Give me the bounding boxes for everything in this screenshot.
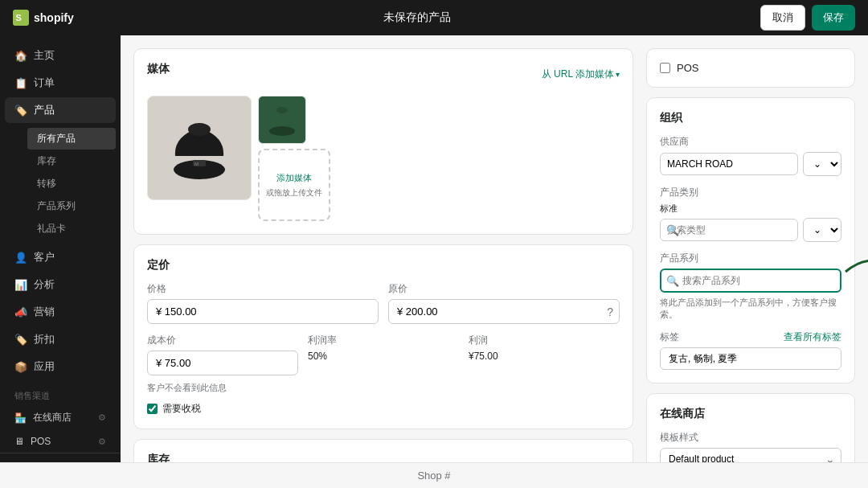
tags-label: 标签 <box>660 330 679 344</box>
supplier-input-row: ⌄ <box>660 152 841 176</box>
media-item-main[interactable]: M <box>147 96 252 200</box>
beanie-green-image <box>266 102 298 137</box>
supplier-select[interactable]: ⌄ <box>803 152 841 176</box>
add-media-button[interactable]: 添加媒体 或拖放上传文件 <box>258 149 330 221</box>
sidebar: 🏠 主页 📋 订单 🏷️ 产品 所有产品 库存 转移 产品系列 礼品卡 👤 客户… <box>0 35 121 462</box>
tax-row: 需要收税 <box>147 402 620 416</box>
sidebar-sub-item-transfers[interactable]: 转移 <box>27 173 116 195</box>
sidebar-item-home[interactable]: 🏠 主页 <box>5 43 116 68</box>
sidebar-sub-item-inventory[interactable]: 库存 <box>27 150 116 172</box>
chevron-down-icon: ▾ <box>616 70 620 79</box>
category-select[interactable]: ⌄ <box>803 218 841 242</box>
supplier-input[interactable] <box>660 153 798 175</box>
media-grid: M 添加媒体 <box>147 96 620 221</box>
help-icon[interactable]: ? <box>607 306 613 318</box>
products-icon: 🏷️ <box>14 104 27 117</box>
svg-point-3 <box>188 123 211 136</box>
sidebar-item-analytics[interactable]: 📊 分析 <box>5 272 116 297</box>
series-label: 产品系列 <box>660 252 841 265</box>
supplier-section: 供应商 ⌄ <box>660 135 841 176</box>
cancel-button[interactable]: 取消 <box>760 5 805 31</box>
series-note: 将此产品添加到一个产品系列中，方便客户搜索。 <box>660 297 841 321</box>
channel-label-pos: POS <box>31 436 51 447</box>
compare-price-input[interactable] <box>388 299 620 324</box>
svg-text:S: S <box>16 13 22 23</box>
pricing-title: 定价 <box>147 258 620 273</box>
supplier-label: 供应商 <box>660 135 841 149</box>
sidebar-label-orders: 订单 <box>34 76 55 90</box>
price-input[interactable] <box>147 299 379 324</box>
online-store-card: 在线商店 模板样式 Default product 指定当前商店模板中的一个产品… <box>646 393 855 462</box>
channel-settings-icon[interactable]: ⚙ <box>98 412 106 423</box>
template-label: 模板样式 <box>660 431 841 445</box>
sidebar-item-customers[interactable]: 👤 客户 <box>5 244 116 270</box>
sidebar-item-apps[interactable]: 📦 应用 <box>5 354 116 379</box>
add-url-label: 从 URL 添加媒体 <box>542 68 614 81</box>
upload-label: 或拖放上传文件 <box>266 187 322 199</box>
sidebar-label-marketing: 营销 <box>34 305 55 319</box>
sidebar-label-analytics: 分析 <box>34 277 55 292</box>
sidebar-channel-online-store[interactable]: 🏪 在线商店 ⚙ <box>5 406 116 429</box>
series-search-icon: 🔍 <box>666 275 679 287</box>
media-item-green[interactable] <box>258 96 306 144</box>
profit-value: ¥75.00 <box>469 351 620 362</box>
pos-icon: 🖥 <box>14 436 24 447</box>
tags-section: 标签 查看所有标签 <box>660 330 841 370</box>
compare-input-wrap: ? <box>388 299 620 324</box>
add-url-link[interactable]: 从 URL 添加媒体 ▾ <box>542 68 620 81</box>
svg-text:M: M <box>194 162 199 166</box>
pos-checkbox[interactable] <box>660 63 670 73</box>
profit-info: 利润 ¥75.00 <box>469 334 620 362</box>
category-search-wrap: 🔍 <box>660 219 798 241</box>
template-section: 模板样式 Default product 指定当前商店模板中的一个产品模板，以定… <box>660 431 841 462</box>
compare-price-field: 原价 ? <box>388 282 620 324</box>
template-select[interactable]: Default product <box>660 448 841 462</box>
marketing-icon: 📣 <box>14 306 27 318</box>
save-button[interactable]: 保存 <box>812 5 855 31</box>
category-section: 产品类别 标准 🔍 ⌄ <box>660 186 841 242</box>
organization-title: 组织 <box>660 111 841 125</box>
sidebar-footer: ⚙ 设置 <box>0 453 121 462</box>
tax-checkbox[interactable] <box>147 404 158 414</box>
sidebar-item-discounts[interactable]: 🏷️ 折扣 <box>5 326 116 352</box>
sidebar-item-marketing[interactable]: 📣 营销 <box>5 299 116 325</box>
sidebar-sub-item-collections[interactable]: 产品系列 <box>27 195 116 217</box>
cost-label: 成本价 <box>147 334 298 347</box>
media-title: 媒体 <box>147 62 170 76</box>
tags-input[interactable] <box>660 347 841 370</box>
svg-point-6 <box>269 126 295 136</box>
price-field: 价格 <box>147 282 379 324</box>
category-search-input[interactable] <box>660 219 798 241</box>
series-search-input[interactable] <box>660 269 841 293</box>
main-layout: 🏠 主页 📋 订单 🏷️ 产品 所有产品 库存 转移 产品系列 礼品卡 👤 客户… <box>0 35 868 462</box>
inventory-title: 库存 <box>147 453 620 462</box>
tags-link[interactable]: 查看所有标签 <box>784 330 841 344</box>
sidebar-label-products: 产品 <box>34 103 55 117</box>
topbar-left: S shopify <box>13 10 74 26</box>
arrow-annotation <box>837 248 868 296</box>
sidebar-item-products[interactable]: 🏷️ 产品 <box>5 97 116 123</box>
analytics-icon: 📊 <box>14 278 27 291</box>
shopify-logo: S shopify <box>13 10 74 26</box>
sidebar-sub-item-all-products[interactable]: 所有产品 <box>27 128 116 150</box>
sidebar-label-home: 主页 <box>34 48 55 63</box>
sidebar-sub-item-gift-cards[interactable]: 礼品卡 <box>27 218 116 240</box>
sidebar-channel-pos[interactable]: 🖥 POS ⚙ <box>5 431 116 452</box>
margin-value: 50% <box>308 351 459 362</box>
pos-card: POS <box>646 48 855 88</box>
margin-label: 利润率 <box>308 334 459 347</box>
cost-row: 成本价 利润率 50% 利润 ¥75.00 <box>147 334 620 375</box>
pos-settings-icon[interactable]: ⚙ <box>98 437 106 447</box>
right-column: POS 组织 供应商 ⌄ <box>646 48 855 462</box>
category-input-row: 🔍 ⌄ <box>660 218 841 242</box>
category-search-icon: 🔍 <box>666 224 679 236</box>
sidebar-item-orders[interactable]: 📋 订单 <box>5 70 116 96</box>
sidebar-section-channels: 销售渠道 <box>0 380 121 405</box>
logo-text: shopify <box>34 11 74 24</box>
channel-label-online-store: 在线商店 <box>33 411 72 424</box>
cost-input[interactable] <box>147 351 298 375</box>
category-label: 产品类别 <box>660 186 841 199</box>
price-label: 价格 <box>147 282 379 296</box>
topbar-title: 未保存的产品 <box>383 10 451 25</box>
sidebar-label-discounts: 折扣 <box>34 332 55 347</box>
